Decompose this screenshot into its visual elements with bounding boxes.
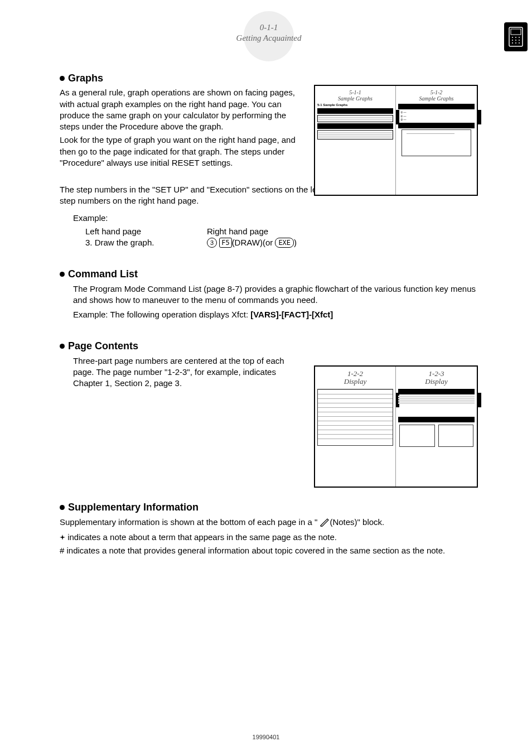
bullet-icon — [60, 505, 65, 510]
step-number-icon: 3 — [207, 238, 217, 248]
badge-title: Getting Acquainted — [236, 33, 302, 42]
page-contents-para: Three-part page numbers are centered at … — [73, 355, 307, 389]
left-col-head: Left hand page — [85, 226, 207, 237]
pencil-icon — [320, 518, 330, 529]
thumbnail-display: 1-2-2Display 1-2-3Display — [314, 365, 478, 488]
bullet-icon — [60, 76, 65, 81]
page: 0-1-1 Getting Acquainted Graphs As a gen… — [0, 0, 532, 756]
svg-point-10 — [519, 42, 520, 44]
heading-page-contents: Page Contents — [60, 339, 478, 353]
page-footer: 19990401 — [0, 733, 532, 741]
command-list-example: Example: The following operation display… — [73, 309, 478, 320]
svg-point-5 — [512, 40, 513, 41]
badge-pagenum: 0-1-1 — [260, 23, 278, 32]
left-col-body: 3. Draw the graph. — [85, 237, 207, 248]
supp-note-hash: # indicates a note that provides general… — [60, 545, 478, 556]
heading-supp-info: Supplementary Information — [60, 500, 478, 514]
key-exe: EXE — [275, 238, 294, 248]
svg-point-3 — [515, 37, 516, 38]
key-f5: F5 — [219, 238, 231, 248]
bullet-icon — [60, 272, 65, 277]
star-icon — [60, 532, 65, 542]
svg-point-8 — [512, 42, 513, 44]
svg-rect-1 — [511, 29, 521, 35]
right-col-body: 3 F5(DRAW)(or EXE) — [207, 237, 297, 248]
command-list-para: The Program Mode Command List (page 8-7)… — [73, 283, 478, 306]
device-icon — [504, 22, 528, 51]
svg-point-6 — [515, 40, 516, 41]
svg-point-7 — [519, 40, 520, 41]
graphs-para-2: Look for the type of graph you want on t… — [60, 134, 305, 168]
example-label: Example: — [73, 213, 478, 224]
supp-note-star: indicates a note about a term that appea… — [60, 532, 478, 543]
graphs-para-1: As a general rule, graph operations are … — [60, 87, 305, 132]
content-column: 0-1-1 Getting Acquainted Graphs As a gen… — [60, 17, 478, 558]
svg-point-9 — [515, 42, 516, 44]
right-col-head: Right hand page — [207, 226, 297, 237]
page-badge: 0-1-1 Getting Acquainted — [235, 17, 302, 56]
example-columns: Left hand page 3. Draw the graph. Right … — [85, 226, 478, 249]
svg-point-2 — [512, 37, 513, 38]
supp-para-1: Supplementary information is shown at th… — [60, 517, 478, 529]
thumbnail-sample-graphs: 5-1-1Sample Graphs 5-1 Sample Graphs 5-1… — [314, 85, 478, 196]
heading-graphs: Graphs — [60, 71, 478, 85]
svg-point-4 — [519, 37, 520, 38]
bullet-icon — [60, 344, 65, 349]
heading-command-list: Command List — [60, 267, 478, 281]
